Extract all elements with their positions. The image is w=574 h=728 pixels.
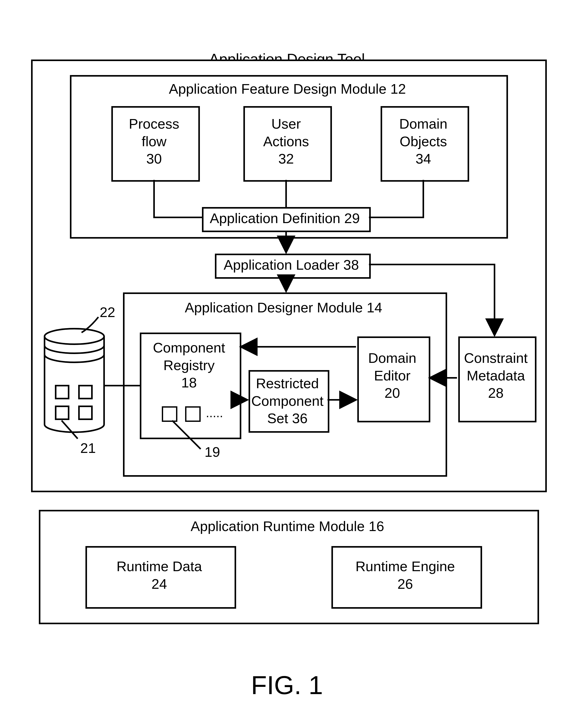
component-registry-num: 18 (140, 374, 238, 392)
user-actions-l1: User (243, 115, 329, 133)
runtime-engine-l1: Runtime Engine (331, 558, 479, 575)
restricted-l2: Component (249, 392, 326, 410)
domain-objects-num: 34 (381, 150, 466, 168)
callout-22: 22 (100, 304, 115, 320)
diagram-page: Application Design Tool 10 Application F… (0, 0, 574, 728)
user-actions-num: 32 (243, 150, 329, 168)
component-registry-text: Component Registry 18 (140, 339, 238, 392)
user-actions-l2: Actions (243, 133, 329, 151)
process-flow-l1: Process (111, 115, 197, 133)
process-flow-l2: flow (111, 133, 197, 151)
restricted-l3: Set 36 (249, 410, 326, 427)
feature-module-title: Application Feature Design Module 12 (70, 80, 505, 98)
callout-19: 19 (205, 444, 220, 460)
designer-module-title: Application Designer Module 14 (123, 299, 444, 316)
domain-editor-text: Domain Editor 20 (357, 349, 427, 402)
domain-objects-text: Domain Objects 34 (381, 115, 466, 168)
registry-component-icon (162, 406, 177, 422)
runtime-data-l1: Runtime Data (85, 558, 233, 575)
figure-caption: FIG. 1 (0, 670, 574, 700)
constraint-l2: Metadata (458, 367, 533, 385)
constraint-metadata-text: Constraint Metadata 28 (458, 349, 533, 402)
app-definition-text: Application Definition 29 (202, 210, 368, 227)
domain-editor-l2: Editor (357, 367, 427, 385)
callout-21: 21 (80, 440, 96, 456)
constraint-num: 28 (458, 384, 533, 402)
registry-dots: ..... (206, 406, 223, 420)
runtime-engine-text: Runtime Engine 26 (331, 558, 479, 593)
process-flow-num: 30 (111, 150, 197, 168)
domain-objects-l2: Objects (381, 133, 466, 151)
user-actions-text: User Actions 32 (243, 115, 329, 168)
restricted-set-text: Restricted Component Set 36 (249, 375, 326, 427)
runtime-data-text: Runtime Data 24 (85, 558, 233, 593)
process-flow-text: Process flow 30 (111, 115, 197, 168)
app-loader-text: Application Loader 38 (215, 256, 368, 274)
domain-editor-l1: Domain (357, 349, 427, 367)
domain-editor-num: 20 (357, 384, 427, 402)
runtime-module-title: Application Runtime Module 16 (39, 518, 536, 535)
domain-objects-l1: Domain (381, 115, 466, 133)
constraint-l1: Constraint (458, 349, 533, 367)
component-registry-l2: Registry (140, 357, 238, 374)
runtime-engine-num: 26 (331, 575, 479, 593)
restricted-l1: Restricted (249, 375, 326, 392)
component-registry-l1: Component (140, 339, 238, 357)
registry-component-icon (185, 406, 201, 422)
runtime-data-num: 24 (85, 575, 233, 593)
